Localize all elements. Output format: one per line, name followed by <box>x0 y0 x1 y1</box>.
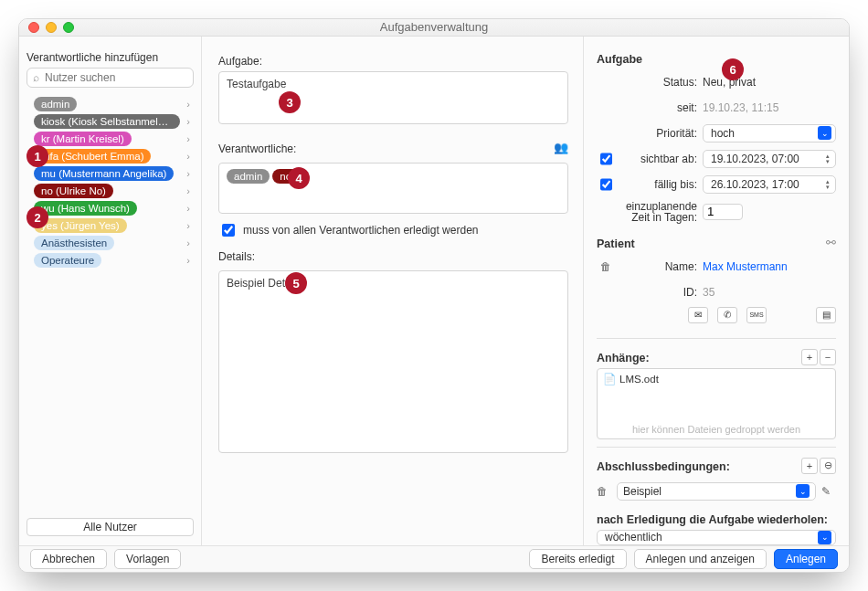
already-done-button[interactable]: Bereits erledigt <box>529 549 626 569</box>
properties-panel: Aufgabe Status:Neu, privat seit:19.10.23… <box>584 37 849 545</box>
sidebar: Verantwortliche hinzufügen ⌕ admin›kiosk… <box>19 37 202 545</box>
phone-icon[interactable]: ✆ <box>717 307 737 323</box>
user-row[interactable]: kr (Martin Kreisel)› <box>26 131 194 147</box>
group-row[interactable]: Anästhesisten› <box>26 235 194 251</box>
assigned-tag[interactable]: admin <box>227 169 270 184</box>
repeat-select[interactable]: wöchentlich⌄ <box>597 530 836 545</box>
people-icon[interactable]: 👥 <box>554 141 568 154</box>
add-condition-button[interactable]: + <box>801 458 818 474</box>
all-users-button[interactable]: Alle Nutzer <box>26 518 194 536</box>
templates-button[interactable]: Vorlagen <box>114 549 181 569</box>
main-panel: Aufgabe: Testaufgabe Verantwortliche: 👥 … <box>202 37 584 545</box>
plan-days-input[interactable] <box>703 204 743 220</box>
user-tag: kiosk (Kiosk Selbstanmeldu… <box>34 114 180 129</box>
footer: Abbrechen Vorlagen Bereits erledigt Anle… <box>19 545 849 572</box>
verantwortliche-box[interactable]: adminno <box>218 163 568 214</box>
remove-condition-button[interactable]: ⊖ <box>820 458 836 474</box>
callout-5: 5 <box>285 272 307 294</box>
chevron-down-icon: ⌄ <box>818 126 831 140</box>
priority-label: Priorität: <box>615 127 703 140</box>
einzuplanende-label: einzuplanende Zeit in Tagen: <box>615 201 703 223</box>
aufgabe-label: Aufgabe: <box>218 55 568 68</box>
status-value: Neu, privat <box>703 76 836 89</box>
condition-select[interactable]: Beispiel⌄ <box>617 482 816 501</box>
repeat-label: nach Erledigung die Aufgabe wiederholen: <box>597 513 836 526</box>
group-row[interactable]: Operateure› <box>26 252 194 269</box>
aufgabe-textarea[interactable]: Testaufgabe <box>218 71 568 124</box>
chevron-right-icon: › <box>186 237 194 248</box>
must-all-label: muss von allen Verantwortlichen erledigt… <box>243 224 478 237</box>
mail-icon[interactable]: ✉ <box>688 307 708 323</box>
faellig-label: fällig bis: <box>615 178 703 191</box>
name-label: Name: <box>615 260 703 273</box>
attachment-item[interactable]: 📄LMS.odt <box>603 373 830 385</box>
sichtbar-label: sichtbar ab: <box>615 153 703 165</box>
chevron-right-icon: › <box>186 116 194 127</box>
user-row[interactable]: admin› <box>26 96 194 112</box>
user-row[interactable]: yes (Jürgen Yes)› <box>26 217 194 234</box>
chevron-down-icon: ⌄ <box>796 484 810 498</box>
edit-icon[interactable]: ✎ <box>821 485 836 498</box>
user-row[interactable]: mu (Mustermann Angelika)› <box>26 165 194 182</box>
user-row[interactable]: kiosk (Kiosk Selbstanmeldu…› <box>26 113 194 130</box>
chevron-down-icon: ⌄ <box>818 531 831 544</box>
details-label: Details: <box>218 250 568 263</box>
callout-1: 1 <box>26 145 48 167</box>
card-icon[interactable]: ▤ <box>816 307 836 323</box>
chevron-right-icon: › <box>186 99 194 110</box>
cancel-button[interactable]: Abbrechen <box>30 549 107 569</box>
window-title: Aufgabenverwaltung <box>19 20 849 34</box>
stepper-icon[interactable]: ▴▾ <box>826 153 830 164</box>
trash-icon[interactable]: 🗑 <box>600 260 611 273</box>
user-tag: mfa (Schubert Emma) <box>34 149 151 164</box>
drop-hint: hier können Dateien gedroppt werden <box>598 424 835 435</box>
attachments-box[interactable]: 📄LMS.odt hier können Dateien gedroppt we… <box>597 368 836 439</box>
user-list: admin›kiosk (Kiosk Selbstanmeldu…›kr (Ma… <box>26 95 194 511</box>
anhaenge-label: Anhänge: <box>597 352 650 364</box>
chevron-right-icon: › <box>186 255 194 266</box>
app-window: Aufgabenverwaltung Verantwortliche hinzu… <box>18 18 850 573</box>
user-tag: kr (Martin Kreisel) <box>34 132 132 146</box>
link-icon[interactable]: ⚯ <box>826 236 836 249</box>
file-icon: 📄 <box>603 373 616 385</box>
sms-icon[interactable]: SMS <box>746 307 767 323</box>
details-textarea[interactable]: Beispiel Details <box>218 270 568 453</box>
must-all-checkbox[interactable] <box>222 224 235 237</box>
priority-select[interactable]: hoch⌄ <box>703 124 836 142</box>
aufgabe-header: Aufgabe <box>597 53 836 66</box>
callout-2: 2 <box>26 206 48 228</box>
user-row[interactable]: mfa (Schubert Emma)› <box>26 148 194 164</box>
chevron-right-icon: › <box>186 133 194 144</box>
verantwortliche-label: Verantwortliche: <box>218 142 296 155</box>
user-tag: mu (Mustermann Angelika) <box>34 166 174 181</box>
patient-name[interactable]: Max Mustermann <box>703 260 836 273</box>
search-icon: ⌕ <box>33 71 39 84</box>
sichtbar-checkbox[interactable] <box>600 153 612 165</box>
chevron-right-icon: › <box>186 185 194 196</box>
patient-id: 35 <box>703 286 836 299</box>
user-row[interactable]: no (Ulrike No)› <box>26 183 194 199</box>
remove-attachment-button[interactable]: − <box>820 349 836 365</box>
abschluss-label: Abschlussbedingungen: <box>597 460 730 473</box>
add-attachment-button[interactable]: + <box>801 349 818 365</box>
chevron-right-icon: › <box>186 203 194 214</box>
titlebar: Aufgabenverwaltung <box>19 19 849 37</box>
group-tag: Anästhesisten <box>34 236 114 250</box>
chevron-right-icon: › <box>186 168 194 179</box>
callout-6: 6 <box>722 58 744 80</box>
stepper-icon[interactable]: ▴▾ <box>826 179 830 190</box>
faellig-date[interactable]: 26.10.2023, 17:00▴▾ <box>703 175 836 194</box>
faellig-checkbox[interactable] <box>600 178 612 191</box>
sichtbar-date[interactable]: 19.10.2023, 07:00▴▾ <box>703 150 836 168</box>
user-row[interactable]: wu (Hans Wunsch)› <box>26 200 194 216</box>
search-input-wrapper[interactable]: ⌕ <box>26 68 194 88</box>
create-and-show-button[interactable]: Anlegen und anzeigen <box>634 549 767 569</box>
create-button[interactable]: Anlegen <box>774 549 838 569</box>
status-label: Status: <box>615 76 703 89</box>
group-tag: Operateure <box>34 253 101 268</box>
patient-header: Patient <box>597 237 635 250</box>
id-label: ID: <box>615 286 703 299</box>
search-input[interactable] <box>43 70 187 85</box>
callout-3: 3 <box>279 91 301 113</box>
trash-icon[interactable]: 🗑 <box>597 485 611 498</box>
